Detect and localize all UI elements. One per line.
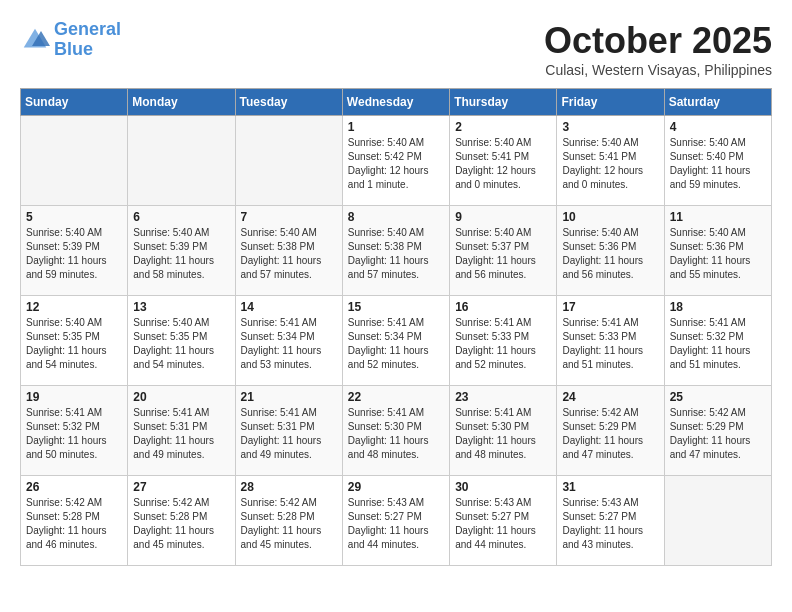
day-number: 6 (133, 210, 229, 224)
calendar-cell: 24Sunrise: 5:42 AM Sunset: 5:29 PM Dayli… (557, 386, 664, 476)
day-number: 18 (670, 300, 766, 314)
day-number: 26 (26, 480, 122, 494)
weekday-header-tuesday: Tuesday (235, 89, 342, 116)
day-number: 22 (348, 390, 444, 404)
page-header: General Blue October 2025 Culasi, Wester… (20, 20, 772, 78)
day-number: 13 (133, 300, 229, 314)
calendar-cell: 2Sunrise: 5:40 AM Sunset: 5:41 PM Daylig… (450, 116, 557, 206)
title-block: October 2025 Culasi, Western Visayas, Ph… (544, 20, 772, 78)
day-number: 3 (562, 120, 658, 134)
calendar-cell: 19Sunrise: 5:41 AM Sunset: 5:32 PM Dayli… (21, 386, 128, 476)
day-number: 5 (26, 210, 122, 224)
day-info: Sunrise: 5:40 AM Sunset: 5:36 PM Dayligh… (670, 226, 766, 282)
calendar-cell: 6Sunrise: 5:40 AM Sunset: 5:39 PM Daylig… (128, 206, 235, 296)
day-info: Sunrise: 5:41 AM Sunset: 5:33 PM Dayligh… (455, 316, 551, 372)
day-info: Sunrise: 5:41 AM Sunset: 5:31 PM Dayligh… (133, 406, 229, 462)
calendar-cell: 31Sunrise: 5:43 AM Sunset: 5:27 PM Dayli… (557, 476, 664, 566)
calendar-cell: 11Sunrise: 5:40 AM Sunset: 5:36 PM Dayli… (664, 206, 771, 296)
week-row-1: 1Sunrise: 5:40 AM Sunset: 5:42 PM Daylig… (21, 116, 772, 206)
day-info: Sunrise: 5:40 AM Sunset: 5:41 PM Dayligh… (455, 136, 551, 192)
weekday-header-monday: Monday (128, 89, 235, 116)
calendar-cell: 27Sunrise: 5:42 AM Sunset: 5:28 PM Dayli… (128, 476, 235, 566)
day-info: Sunrise: 5:41 AM Sunset: 5:34 PM Dayligh… (348, 316, 444, 372)
day-info: Sunrise: 5:41 AM Sunset: 5:32 PM Dayligh… (670, 316, 766, 372)
calendar-cell: 12Sunrise: 5:40 AM Sunset: 5:35 PM Dayli… (21, 296, 128, 386)
day-number: 9 (455, 210, 551, 224)
calendar-cell: 16Sunrise: 5:41 AM Sunset: 5:33 PM Dayli… (450, 296, 557, 386)
day-info: Sunrise: 5:40 AM Sunset: 5:37 PM Dayligh… (455, 226, 551, 282)
day-number: 29 (348, 480, 444, 494)
weekday-header-row: SundayMondayTuesdayWednesdayThursdayFrid… (21, 89, 772, 116)
calendar-cell: 14Sunrise: 5:41 AM Sunset: 5:34 PM Dayli… (235, 296, 342, 386)
week-row-3: 12Sunrise: 5:40 AM Sunset: 5:35 PM Dayli… (21, 296, 772, 386)
day-number: 19 (26, 390, 122, 404)
calendar-cell: 5Sunrise: 5:40 AM Sunset: 5:39 PM Daylig… (21, 206, 128, 296)
calendar-cell (21, 116, 128, 206)
calendar-cell: 29Sunrise: 5:43 AM Sunset: 5:27 PM Dayli… (342, 476, 449, 566)
day-info: Sunrise: 5:43 AM Sunset: 5:27 PM Dayligh… (562, 496, 658, 552)
calendar-cell: 23Sunrise: 5:41 AM Sunset: 5:30 PM Dayli… (450, 386, 557, 476)
calendar-cell (235, 116, 342, 206)
day-info: Sunrise: 5:43 AM Sunset: 5:27 PM Dayligh… (348, 496, 444, 552)
day-info: Sunrise: 5:41 AM Sunset: 5:33 PM Dayligh… (562, 316, 658, 372)
calendar-cell: 22Sunrise: 5:41 AM Sunset: 5:30 PM Dayli… (342, 386, 449, 476)
calendar-cell: 15Sunrise: 5:41 AM Sunset: 5:34 PM Dayli… (342, 296, 449, 386)
day-info: Sunrise: 5:41 AM Sunset: 5:31 PM Dayligh… (241, 406, 337, 462)
calendar-cell: 8Sunrise: 5:40 AM Sunset: 5:38 PM Daylig… (342, 206, 449, 296)
day-info: Sunrise: 5:41 AM Sunset: 5:32 PM Dayligh… (26, 406, 122, 462)
day-info: Sunrise: 5:42 AM Sunset: 5:28 PM Dayligh… (133, 496, 229, 552)
day-info: Sunrise: 5:43 AM Sunset: 5:27 PM Dayligh… (455, 496, 551, 552)
calendar-cell: 10Sunrise: 5:40 AM Sunset: 5:36 PM Dayli… (557, 206, 664, 296)
calendar-cell: 26Sunrise: 5:42 AM Sunset: 5:28 PM Dayli… (21, 476, 128, 566)
day-info: Sunrise: 5:40 AM Sunset: 5:35 PM Dayligh… (133, 316, 229, 372)
calendar-cell (664, 476, 771, 566)
week-row-4: 19Sunrise: 5:41 AM Sunset: 5:32 PM Dayli… (21, 386, 772, 476)
day-info: Sunrise: 5:42 AM Sunset: 5:29 PM Dayligh… (562, 406, 658, 462)
day-info: Sunrise: 5:40 AM Sunset: 5:39 PM Dayligh… (133, 226, 229, 282)
day-number: 21 (241, 390, 337, 404)
logo: General Blue (20, 20, 121, 60)
day-number: 11 (670, 210, 766, 224)
day-info: Sunrise: 5:41 AM Sunset: 5:34 PM Dayligh… (241, 316, 337, 372)
day-info: Sunrise: 5:42 AM Sunset: 5:29 PM Dayligh… (670, 406, 766, 462)
day-number: 12 (26, 300, 122, 314)
calendar-cell: 13Sunrise: 5:40 AM Sunset: 5:35 PM Dayli… (128, 296, 235, 386)
day-info: Sunrise: 5:40 AM Sunset: 5:41 PM Dayligh… (562, 136, 658, 192)
day-number: 14 (241, 300, 337, 314)
day-number: 17 (562, 300, 658, 314)
day-number: 15 (348, 300, 444, 314)
weekday-header-saturday: Saturday (664, 89, 771, 116)
day-info: Sunrise: 5:42 AM Sunset: 5:28 PM Dayligh… (241, 496, 337, 552)
day-info: Sunrise: 5:42 AM Sunset: 5:28 PM Dayligh… (26, 496, 122, 552)
day-number: 16 (455, 300, 551, 314)
day-info: Sunrise: 5:40 AM Sunset: 5:40 PM Dayligh… (670, 136, 766, 192)
day-info: Sunrise: 5:40 AM Sunset: 5:36 PM Dayligh… (562, 226, 658, 282)
calendar-cell: 4Sunrise: 5:40 AM Sunset: 5:40 PM Daylig… (664, 116, 771, 206)
day-info: Sunrise: 5:40 AM Sunset: 5:42 PM Dayligh… (348, 136, 444, 192)
weekday-header-sunday: Sunday (21, 89, 128, 116)
day-info: Sunrise: 5:40 AM Sunset: 5:38 PM Dayligh… (241, 226, 337, 282)
calendar-cell: 30Sunrise: 5:43 AM Sunset: 5:27 PM Dayli… (450, 476, 557, 566)
day-number: 24 (562, 390, 658, 404)
calendar-cell: 7Sunrise: 5:40 AM Sunset: 5:38 PM Daylig… (235, 206, 342, 296)
day-number: 7 (241, 210, 337, 224)
day-number: 10 (562, 210, 658, 224)
weekday-header-thursday: Thursday (450, 89, 557, 116)
calendar-cell (128, 116, 235, 206)
month-title: October 2025 (544, 20, 772, 62)
day-number: 1 (348, 120, 444, 134)
week-row-2: 5Sunrise: 5:40 AM Sunset: 5:39 PM Daylig… (21, 206, 772, 296)
day-info: Sunrise: 5:41 AM Sunset: 5:30 PM Dayligh… (455, 406, 551, 462)
calendar-cell: 28Sunrise: 5:42 AM Sunset: 5:28 PM Dayli… (235, 476, 342, 566)
day-info: Sunrise: 5:40 AM Sunset: 5:35 PM Dayligh… (26, 316, 122, 372)
day-number: 31 (562, 480, 658, 494)
calendar-cell: 25Sunrise: 5:42 AM Sunset: 5:29 PM Dayli… (664, 386, 771, 476)
day-number: 25 (670, 390, 766, 404)
day-info: Sunrise: 5:40 AM Sunset: 5:38 PM Dayligh… (348, 226, 444, 282)
day-number: 20 (133, 390, 229, 404)
day-number: 28 (241, 480, 337, 494)
day-number: 2 (455, 120, 551, 134)
location: Culasi, Western Visayas, Philippines (544, 62, 772, 78)
weekday-header-wednesday: Wednesday (342, 89, 449, 116)
calendar-cell: 1Sunrise: 5:40 AM Sunset: 5:42 PM Daylig… (342, 116, 449, 206)
